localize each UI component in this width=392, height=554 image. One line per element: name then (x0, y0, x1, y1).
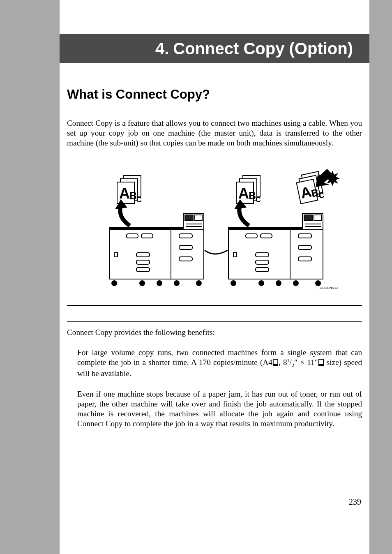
divider-bottom (67, 321, 362, 322)
svg-rect-22 (185, 215, 193, 221)
svg-rect-50 (233, 253, 237, 257)
benefit-1-times: " × 11" (294, 358, 318, 367)
svg-rect-44 (304, 215, 312, 221)
right-margin-band (369, 0, 392, 554)
svg-rect-32 (179, 234, 192, 238)
page-content: What is Connect Copy? Connect Copy is a … (60, 63, 369, 439)
svg-point-58 (259, 281, 264, 286)
page-number: 239 (0, 497, 361, 507)
svg-rect-51 (256, 253, 269, 257)
benefits-lead: Connect Copy provides the following bene… (67, 328, 362, 337)
svg-point-37 (157, 281, 162, 286)
svg-point-38 (174, 281, 179, 286)
figure-code: GCCONN1J (320, 286, 338, 290)
svg-rect-31 (136, 268, 150, 272)
svg-rect-52 (256, 260, 269, 264)
svg-point-36 (140, 281, 145, 286)
left-margin-band (0, 0, 60, 554)
chapter-title-band: 4. Connect Copy (Option) (60, 34, 369, 63)
svg-rect-49 (261, 234, 272, 238)
svg-point-61 (316, 281, 321, 286)
svg-text:C: C (136, 196, 142, 204)
divider-top (67, 305, 362, 306)
svg-rect-56 (298, 257, 311, 261)
svg-rect-48 (246, 234, 257, 238)
svg-point-59 (276, 281, 281, 286)
svg-point-57 (231, 281, 236, 286)
svg-rect-63 (273, 364, 278, 366)
benefit-1-comma: , 8 (279, 358, 287, 367)
svg-rect-53 (256, 268, 269, 272)
svg-rect-30 (136, 260, 150, 264)
svg-rect-29 (136, 253, 150, 257)
svg-point-39 (196, 281, 201, 286)
svg-rect-26 (127, 234, 138, 238)
chapter-number: 4. (155, 39, 169, 58)
connect-copy-figure: A B C A B C A B C (89, 160, 340, 295)
svg-rect-54 (298, 234, 311, 238)
svg-rect-28 (114, 253, 118, 257)
intro-paragraph: Connect Copy is a feature that allows yo… (67, 118, 362, 148)
svg-rect-65 (318, 364, 323, 366)
svg-text:A: A (238, 185, 249, 202)
svg-text:B: B (129, 190, 137, 201)
svg-rect-45 (314, 215, 321, 221)
svg-text:A: A (119, 185, 130, 202)
svg-rect-27 (141, 234, 153, 238)
svg-rect-23 (195, 215, 202, 221)
svg-rect-34 (179, 257, 192, 261)
svg-text:C: C (318, 191, 325, 200)
benefit-2: Even if one machine stops because of a p… (77, 389, 362, 429)
svg-text:B: B (249, 190, 256, 201)
benefit-1: For large volume copy runs, two connecte… (77, 348, 362, 379)
svg-point-35 (112, 281, 117, 286)
orientation-icon-portrait-2 (318, 358, 324, 367)
svg-rect-55 (298, 245, 311, 249)
svg-text:C: C (256, 196, 261, 204)
svg-point-60 (293, 281, 298, 286)
svg-rect-33 (179, 245, 192, 249)
orientation-icon-portrait (272, 358, 279, 367)
section-title: What is Connect Copy? (67, 87, 362, 102)
chapter-title: Connect Copy (Option) (173, 39, 353, 58)
copier-diagram-svg: A B C A B C A B C (89, 164, 340, 291)
